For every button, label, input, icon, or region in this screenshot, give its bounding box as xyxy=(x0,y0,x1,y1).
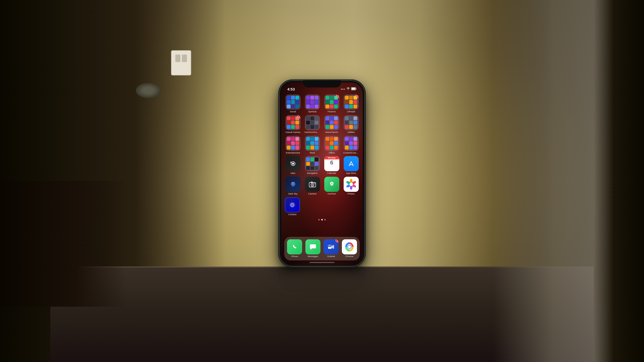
app-content-creation[interactable]: ContentCreation xyxy=(342,136,360,154)
app-row-2: 1 Casual Games xyxy=(284,115,360,134)
hardcore-games-label: HardcoreGames xyxy=(305,131,320,134)
battery-icon xyxy=(351,87,357,91)
entertainment-icon[interactable] xyxy=(286,136,301,151)
svg-point-20 xyxy=(292,204,293,205)
page-dots xyxy=(284,217,360,222)
work-icon[interactable] xyxy=(305,136,320,151)
dock-phone-icon[interactable] xyxy=(287,239,302,254)
bowl-decoration xyxy=(136,83,161,98)
app-finance[interactable]: 1 Finance xyxy=(323,95,340,113)
app-work[interactable]: Work xyxy=(304,136,321,154)
entertainment-label: Entertainment xyxy=(286,152,300,154)
social-icon[interactable] xyxy=(286,95,301,110)
signal-icon: ●●● xyxy=(341,88,345,90)
news-sports-label: News/Sports xyxy=(325,131,338,134)
app-entertainment[interactable]: Entertainment xyxy=(284,136,302,154)
svg-rect-4 xyxy=(290,162,291,163)
office-icon[interactable] xyxy=(324,136,339,151)
content-creation-icon[interactable] xyxy=(344,136,359,151)
camera-label: Camera xyxy=(308,193,316,195)
appstore-label: App Store xyxy=(346,172,356,175)
spiritual-icon[interactable] xyxy=(305,95,320,110)
app-row-1: Social xyxy=(284,95,360,113)
wifi-icon xyxy=(346,87,350,91)
app-spiritual[interactable]: Spiritual xyxy=(304,95,321,113)
app-hardcore-games[interactable]: HardcoreGames xyxy=(304,115,321,134)
cortana-icon[interactable] xyxy=(285,197,300,212)
app-calendar[interactable]: Monday 6 Calendar xyxy=(323,156,340,175)
dock-chrome[interactable]: Chrome xyxy=(341,239,358,258)
hardcore-games-icon[interactable] xyxy=(305,115,320,130)
social-label: Social xyxy=(290,110,296,113)
navigation-icon[interactable] xyxy=(305,156,320,171)
dock-outlook-icon[interactable]: O 1 xyxy=(324,239,339,254)
phone-screen: 4:53 ●●● xyxy=(281,82,363,264)
svg-point-10 xyxy=(314,183,315,184)
page-dot-3[interactable] xyxy=(324,219,326,220)
page-dot-2[interactable] xyxy=(321,219,323,220)
casual-games-label: Casual Games xyxy=(286,131,301,134)
app-news-sports[interactable]: News/Sports xyxy=(323,115,340,134)
app-appstore[interactable]: App Store xyxy=(342,156,360,175)
status-time: 4:53 xyxy=(287,87,295,91)
app-casual-games[interactable]: 1 Casual Games xyxy=(284,115,302,134)
dock-outlook[interactable]: O 1 Outlook xyxy=(323,239,340,258)
app-row-single: Cortana xyxy=(284,197,360,216)
dock-chrome-icon[interactable] xyxy=(342,239,357,254)
app-utilities[interactable]: Utilities xyxy=(342,115,360,134)
uber-label: Uber xyxy=(291,172,296,175)
app-row-3: Entertainment xyxy=(284,136,360,154)
darksky-icon[interactable] xyxy=(286,177,301,192)
app-row-5: Dark Sky Camer xyxy=(284,177,360,195)
camera-icon[interactable] xyxy=(305,177,320,192)
photos-icon[interactable]: .p1{fill:#f59e0b} .p2{fill:#ef4444} .p3{… xyxy=(344,177,359,192)
page-dot-1[interactable] xyxy=(318,219,320,220)
uber-icon[interactable] xyxy=(286,156,301,171)
app-camera[interactable]: Camera xyxy=(304,177,321,195)
app-cortana[interactable]: Cortana xyxy=(285,197,300,216)
utilities-label: Utilities xyxy=(347,131,355,134)
app-office[interactable]: Office xyxy=(323,136,340,154)
phone-device: 4:53 ●●● xyxy=(279,80,365,266)
news-sports-icon[interactable] xyxy=(324,115,339,130)
appstore-icon[interactable] xyxy=(344,156,359,171)
calendar-day-number: 6 xyxy=(330,160,333,165)
spiritual-label: Spiritual xyxy=(308,110,316,113)
dock-messages[interactable]: Messages xyxy=(305,239,321,258)
home-indicator[interactable] xyxy=(309,262,335,263)
dock-messages-label: Messages xyxy=(308,255,318,258)
phone-reflection xyxy=(287,266,357,287)
svg-text:O: O xyxy=(329,245,331,247)
app-uber[interactable]: Uber xyxy=(284,156,302,175)
cortana-label: Cortana xyxy=(288,213,296,216)
app-navigation[interactable]: Navigation xyxy=(304,156,321,175)
app-photos[interactable]: .p1{fill:#f59e0b} .p2{fill:#ef4444} .p3{… xyxy=(342,177,360,195)
ourpact-icon[interactable] xyxy=(324,177,339,192)
lifestyle-label: Lifestyle xyxy=(347,110,355,113)
app-lifestyle[interactable]: 2 Lifestyle xyxy=(342,95,360,113)
dock: Phone Messages xyxy=(284,237,360,260)
calendar-icon[interactable]: Monday 6 xyxy=(324,156,339,171)
dock-chrome-label: Chrome xyxy=(345,255,353,258)
dock-phone[interactable]: Phone xyxy=(286,239,303,258)
svg-rect-9 xyxy=(311,182,312,183)
finance-icon[interactable]: 1 xyxy=(324,95,339,110)
dock-messages-icon[interactable] xyxy=(305,239,320,254)
app-darksky[interactable]: Dark Sky xyxy=(284,177,302,195)
work-label: Work xyxy=(310,152,315,154)
utilities-icon[interactable] xyxy=(344,115,359,130)
photos-label: Photos xyxy=(347,193,354,195)
outlook-badge: 1 xyxy=(336,239,339,242)
lifestyle-icon[interactable]: 2 xyxy=(344,95,359,110)
casual-games-icon[interactable]: 1 xyxy=(286,115,301,130)
home-screen: Social xyxy=(281,94,363,222)
office-label: Office xyxy=(329,152,335,154)
app-ourpact[interactable]: OurPact xyxy=(323,177,340,195)
svg-point-3 xyxy=(292,163,294,165)
svg-point-17 xyxy=(349,183,353,186)
app-social[interactable]: Social xyxy=(284,95,302,113)
phone-body: 4:53 ●●● xyxy=(279,80,365,266)
svg-rect-1 xyxy=(352,88,355,90)
svg-point-8 xyxy=(312,184,313,186)
darksky-label: Dark Sky xyxy=(288,193,298,195)
